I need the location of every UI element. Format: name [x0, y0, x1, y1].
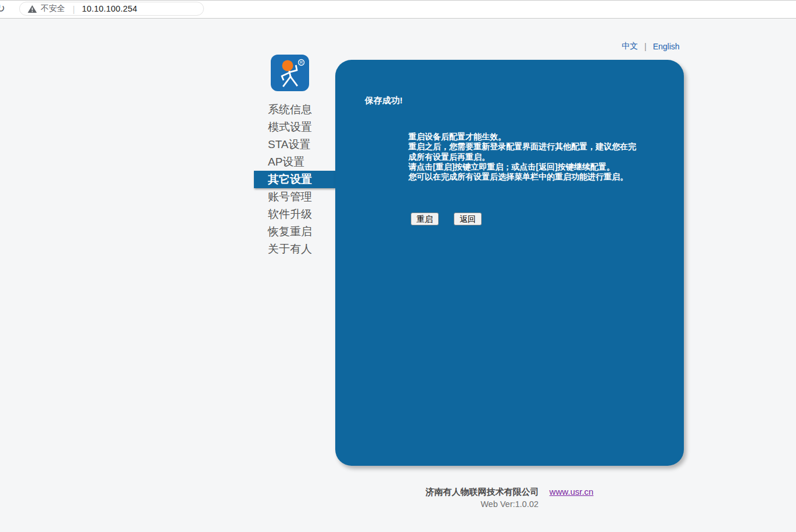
svg-text:R: R [300, 60, 303, 65]
save-success-title: 保存成功! [365, 95, 403, 106]
instruction-line: 重启之后，您需要重新登录配置界面进行其他配置，建议您在完 [408, 142, 636, 152]
instruction-line: 重启设备后配置才能生效。 [408, 132, 636, 142]
content-panel: 保存成功! 重启设备后配置才能生效。 重启之后，您需要重新登录配置界面进行其他配… [335, 60, 684, 466]
sidebar-item-sta-settings[interactable]: STA设置 [254, 136, 335, 153]
sidebar-item-system-info[interactable]: 系统信息 [254, 101, 335, 118]
company-name: 济南有人物联网技术有限公司 [426, 487, 539, 497]
sidebar-item-mode-settings[interactable]: 模式设置 [254, 118, 335, 136]
sidebar-menu: 系统信息 模式设置 STA设置 AP设置 其它设置 账号管理 软件升级 恢复重启… [254, 101, 335, 258]
lang-english-link[interactable]: English [653, 42, 680, 51]
sidebar-item-ap-settings[interactable]: AP设置 [254, 153, 335, 171]
url-text[interactable]: 10.10.100.254 [82, 4, 137, 13]
page-footer: 济南有人物联网技术有限公司www.usr.cn Web Ver:1.0.02 [335, 487, 684, 509]
web-version: Web Ver:1.0.02 [335, 499, 684, 509]
browser-address-bar: ↻ 不安全 | 10.10.100.254 [0, 0, 796, 19]
address-bar-security-chip[interactable]: 不安全 | 10.10.100.254 [19, 2, 204, 16]
restart-button[interactable]: 重启 [411, 213, 439, 225]
back-button[interactable]: 返回 [454, 213, 482, 225]
usr-logo: R [271, 55, 309, 91]
lang-separator: | [644, 42, 647, 51]
company-website-link[interactable]: www.usr.cn [550, 487, 594, 497]
instruction-line: 您可以在完成所有设置后选择菜单栏中的重启功能进行重启。 [408, 172, 636, 182]
sidebar-item-firmware-upgrade[interactable]: 软件升级 [254, 206, 335, 223]
sidebar-item-restore-restart[interactable]: 恢复重启 [254, 223, 335, 240]
button-row: 重启 返回 [411, 213, 482, 225]
instruction-line: 成所有设置后再重启。 [408, 152, 636, 162]
language-toggle: 中文 | English [622, 41, 680, 52]
sidebar-item-account-mgmt[interactable]: 账号管理 [254, 188, 335, 206]
chip-divider: | [73, 4, 75, 14]
page: ↻ 不安全 | 10.10.100.254 中文 | English R [0, 0, 796, 532]
not-secure-label: 不安全 [41, 3, 65, 14]
restart-instructions: 重启设备后配置才能生效。 重启之后，您需要重新登录配置界面进行其他配置，建议您在… [408, 132, 636, 182]
sidebar-item-about-usr[interactable]: 关于有人 [254, 240, 335, 258]
warning-icon [27, 5, 37, 13]
reload-icon[interactable]: ↻ [0, 2, 5, 15]
instruction-line: 请点击[重启]按键立即重启；或点击[返回]按键继续配置。 [408, 162, 636, 172]
sidebar-item-other-settings[interactable]: 其它设置 [254, 171, 335, 188]
lang-chinese-link[interactable]: 中文 [622, 41, 638, 52]
